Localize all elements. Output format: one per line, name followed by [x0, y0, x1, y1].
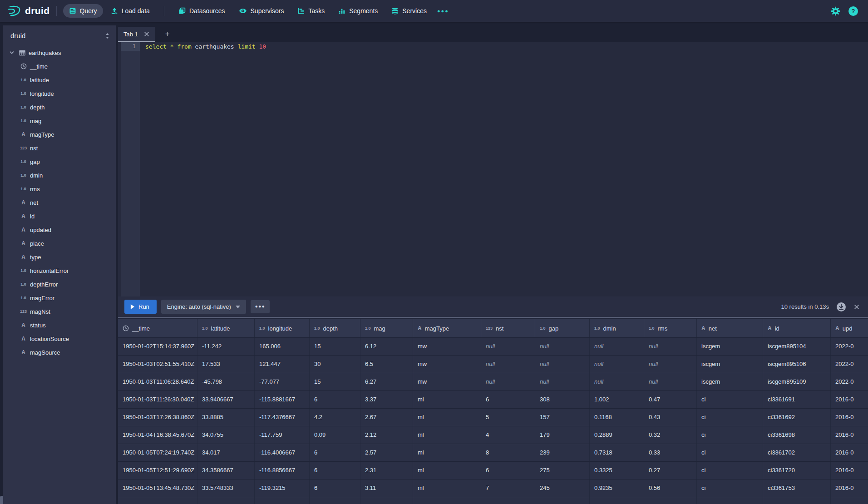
cell[interactable]: 1950-01-03T11:26:30.040Z [118, 391, 197, 408]
sidebar-item-deptherror[interactable]: 1.0depthError [3, 277, 116, 291]
cell[interactable]: null [481, 338, 535, 355]
sidebar-item-mag[interactable]: 1.0mag [3, 114, 116, 128]
cell[interactable]: 34.3586667 [197, 462, 255, 479]
cell[interactable] [310, 497, 360, 504]
cell[interactable]: 2016-0 [831, 391, 868, 408]
cell[interactable]: 165.006 [255, 338, 310, 355]
cell[interactable]: -116.4006667 [255, 444, 310, 461]
sidebar-item-magtype[interactable]: AmagType [3, 128, 116, 141]
cell[interactable]: 239 [535, 444, 590, 461]
cell[interactable]: 275 [535, 462, 590, 479]
cell[interactable]: 157 [535, 409, 590, 426]
cell[interactable]: -115.8881667 [255, 391, 310, 408]
cell[interactable]: 30 [310, 356, 360, 373]
sidebar-item-updated[interactable]: Aupdated [3, 223, 116, 237]
cell[interactable]: ci [697, 479, 763, 497]
cell[interactable]: ci [697, 426, 763, 444]
cell[interactable]: 15 [310, 373, 360, 390]
cell[interactable]: null [644, 373, 697, 390]
cell[interactable] [535, 497, 590, 504]
cell[interactable]: null [481, 356, 535, 373]
cell[interactable]: 0.43 [644, 409, 697, 426]
cell[interactable]: 1950-01-02T15:14:37.960Z [118, 338, 197, 355]
cell[interactable] [763, 497, 831, 504]
cell[interactable]: mw [413, 373, 481, 390]
sidebar-item-horizontalerror[interactable]: 1.0horizontalError [3, 264, 116, 277]
column-header-net[interactable]: Anet [697, 319, 763, 337]
cell[interactable]: 0.7318 [590, 444, 644, 461]
cell[interactable]: iscgem895104 [763, 338, 831, 355]
cell[interactable]: 2022-0 [831, 373, 868, 390]
schema-selector[interactable]: druid [3, 25, 116, 44]
sidebar-item-magerror[interactable]: 1.0magError [3, 291, 116, 305]
column-header-upd[interactable]: Aupd [831, 319, 868, 337]
query-more-button[interactable]: ●●● [251, 300, 270, 313]
cell[interactable]: ml [413, 462, 481, 479]
cell[interactable]: 0.47 [644, 391, 697, 408]
column-header-mag[interactable]: 1.0mag [360, 319, 413, 337]
cell[interactable] [590, 497, 644, 504]
cell[interactable] [413, 497, 481, 504]
chevron-down-icon[interactable] [9, 50, 16, 55]
cell[interactable]: 6.5 [360, 356, 413, 373]
cell[interactable]: null [644, 356, 697, 373]
cell[interactable]: 3.37 [360, 391, 413, 408]
sidebar-scrollbar-thumb[interactable] [0, 496, 3, 504]
cell[interactable]: ci3361702 [763, 444, 831, 461]
sidebar-item-depth[interactable]: 1.0depth [3, 100, 116, 114]
cell[interactable]: 1950-01-05T13:45:48.730Z [118, 479, 197, 497]
cell[interactable]: -117.759 [255, 426, 310, 444]
cell[interactable]: ci3361720 [763, 462, 831, 479]
tab-close-icon[interactable] [143, 31, 150, 37]
cell[interactable]: 6 [310, 462, 360, 479]
navbar-item-segments[interactable]: Segments [332, 4, 384, 18]
cell[interactable]: ci3361691 [763, 391, 831, 408]
cell[interactable]: 6 [310, 444, 360, 461]
cell[interactable]: iscgem895106 [763, 356, 831, 373]
cell[interactable]: 2022-0 [831, 338, 868, 355]
cell[interactable]: 1950-01-03T02:51:55.410Z [118, 356, 197, 373]
cell[interactable]: 2.67 [360, 409, 413, 426]
cell[interactable] [255, 497, 310, 504]
cell[interactable]: 1950-01-03T17:26:38.860Z [118, 409, 197, 426]
cell[interactable]: 34.017 [197, 444, 255, 461]
cell[interactable]: mw [413, 338, 481, 355]
cell[interactable]: 0.09 [310, 426, 360, 444]
sidebar-item-latitude[interactable]: 1.0latitude [3, 73, 116, 87]
column-header-depth[interactable]: 1.0depth [310, 319, 360, 337]
cell[interactable]: 33.9406667 [197, 391, 255, 408]
cell[interactable]: ml [413, 391, 481, 408]
cell[interactable]: 15 [310, 338, 360, 355]
close-results-icon[interactable] [853, 304, 860, 310]
download-icon[interactable] [836, 302, 846, 312]
cell[interactable]: 308 [535, 391, 590, 408]
column-header-longitude[interactable]: 1.0longitude [255, 319, 310, 337]
cell[interactable]: iscgem [697, 338, 763, 355]
druid-logo[interactable]: druid [7, 5, 50, 17]
cell[interactable]: 33.5748333 [197, 479, 255, 497]
cell[interactable]: 0.33 [644, 444, 697, 461]
cell[interactable]: 0.56 [644, 479, 697, 497]
sidebar-item-status[interactable]: Astatus [3, 318, 116, 332]
cell[interactable]: ci3361698 [763, 426, 831, 444]
cell[interactable] [360, 497, 413, 504]
cell[interactable]: null [535, 373, 590, 390]
sidebar-item-locationsource[interactable]: AlocationSource [3, 332, 116, 346]
cell[interactable]: -119.3215 [255, 479, 310, 497]
column-header-time[interactable]: __time [118, 319, 197, 337]
cell[interactable]: 2016-0 [831, 462, 868, 479]
column-header-gap[interactable]: 1.0gap [535, 319, 590, 337]
cell[interactable]: 8 [481, 444, 535, 461]
cell[interactable]: null [590, 338, 644, 355]
cell[interactable]: 0.1168 [590, 409, 644, 426]
cell[interactable]: -117.4376667 [255, 409, 310, 426]
cell[interactable]: 3.11 [360, 479, 413, 497]
cell[interactable]: null [644, 338, 697, 355]
cell[interactable]: 6.12 [360, 338, 413, 355]
cell[interactable]: ml [413, 409, 481, 426]
cell[interactable] [118, 497, 197, 504]
help-icon[interactable]: ? [848, 6, 858, 16]
gear-icon[interactable] [831, 6, 840, 16]
cell[interactable]: 2022-0 [831, 356, 868, 373]
cell[interactable]: 6 [481, 391, 535, 408]
